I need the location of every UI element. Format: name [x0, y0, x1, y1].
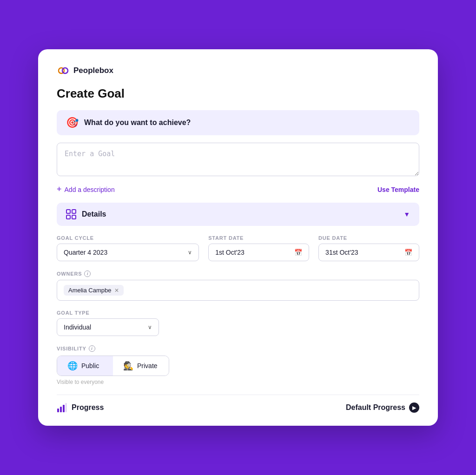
visibility-label: VISIBILITY — [57, 346, 86, 351]
owners-label: OWNERS — [57, 271, 82, 277]
details-label: Details — [82, 210, 106, 218]
details-chevron-icon: ▼ — [403, 211, 410, 218]
progress-right[interactable]: Default Progress ▶ — [346, 402, 419, 413]
svg-rect-8 — [63, 405, 65, 412]
plus-icon: + — [57, 185, 62, 194]
goal-type-value: Individual — [64, 323, 91, 331]
svg-rect-3 — [72, 210, 76, 213]
goal-input[interactable] — [57, 143, 419, 176]
add-description-label: Add a description — [65, 186, 115, 193]
due-date-field: DUE DATE 31st Oct'23 📅 — [318, 235, 419, 261]
action-row: + Add a description Use Template — [57, 185, 419, 194]
svg-rect-2 — [66, 210, 70, 213]
goal-prompt-icon: 🎯 — [66, 117, 79, 129]
goal-type-chevron-icon: ∨ — [148, 324, 152, 330]
svg-point-1 — [62, 68, 68, 73]
start-date-field: START DATE 1st Oct'23 📅 — [208, 235, 309, 261]
due-date-label: DUE DATE — [318, 235, 419, 241]
progress-label: Progress — [72, 403, 104, 412]
owner-tag: Amelia Campbe ✕ — [64, 285, 124, 296]
svg-rect-4 — [66, 215, 70, 219]
visibility-section: VISIBILITY i 🌐 Public 🕵 Private Visible … — [57, 345, 419, 385]
use-template-button[interactable]: Use Template — [377, 186, 419, 193]
visibility-hint: Visible to everyone — [57, 379, 419, 385]
svg-rect-7 — [60, 407, 62, 412]
public-globe-icon: 🌐 — [67, 361, 78, 371]
svg-rect-9 — [66, 403, 66, 412]
goal-type-select[interactable]: Individual ∨ — [57, 318, 159, 336]
goal-type-section: GOAL TYPE Individual ∨ — [57, 310, 419, 336]
owners-input[interactable]: Amelia Campbe ✕ — [57, 280, 419, 301]
due-date-value: 31st Oct'23 — [325, 249, 358, 256]
visibility-info-icon: i — [89, 345, 95, 352]
progress-arrow-icon[interactable]: ▶ — [409, 402, 419, 413]
start-date-label: START DATE — [208, 235, 309, 241]
page-title: Create Goal — [57, 86, 419, 101]
owners-info-icon: i — [84, 270, 91, 277]
due-date-calendar-icon: 📅 — [404, 249, 412, 256]
visibility-private-option[interactable]: 🕵 Private — [113, 356, 169, 376]
public-label: Public — [81, 362, 99, 369]
owner-name: Amelia Campbe — [68, 287, 112, 294]
start-date-picker[interactable]: 1st Oct'23 📅 — [208, 244, 309, 261]
goal-cycle-dates-row: GOAL CYCLE Quarter 4 2023 ∨ START DATE 1… — [57, 235, 419, 261]
details-section-header[interactable]: Details ▼ — [57, 203, 419, 226]
goal-cycle-label: GOAL CYCLE — [57, 235, 199, 241]
logo-row: Peoplebox — [57, 64, 419, 77]
private-spy-icon: 🕵 — [123, 361, 133, 371]
goal-prompt-banner: 🎯 What do you want to achieve? — [57, 110, 419, 135]
add-description-button[interactable]: + Add a description — [57, 185, 115, 194]
start-date-value: 1st Oct'23 — [215, 249, 245, 256]
progress-row: Progress Default Progress ▶ — [57, 395, 419, 413]
goal-cycle-field: GOAL CYCLE Quarter 4 2023 ∨ — [57, 235, 199, 261]
svg-rect-5 — [72, 215, 76, 219]
details-icon — [66, 209, 76, 219]
owners-section: OWNERS i Amelia Campbe ✕ — [57, 270, 419, 301]
goal-type-label: GOAL TYPE — [57, 310, 419, 316]
owner-remove-icon[interactable]: ✕ — [114, 287, 119, 294]
default-progress-text: Default Progress — [346, 403, 405, 412]
start-date-calendar-icon: 📅 — [294, 249, 302, 256]
goal-prompt-text: What do you want to achieve? — [84, 119, 191, 127]
goal-cycle-select[interactable]: Quarter 4 2023 ∨ — [57, 244, 199, 261]
progress-icon — [57, 402, 67, 413]
create-goal-modal: Peoplebox Create Goal 🎯 What do you want… — [38, 49, 438, 426]
details-left: Details — [66, 209, 106, 219]
svg-rect-6 — [57, 409, 59, 412]
visibility-public-option[interactable]: 🌐 Public — [57, 356, 113, 376]
visibility-toggle: 🌐 Public 🕵 Private — [57, 356, 169, 376]
goal-cycle-value: Quarter 4 2023 — [64, 249, 107, 256]
logo-text: Peoplebox — [73, 66, 113, 75]
goal-cycle-chevron-icon: ∨ — [188, 249, 192, 256]
peoplebox-logo-icon — [57, 64, 70, 77]
due-date-picker[interactable]: 31st Oct'23 📅 — [318, 244, 419, 261]
progress-left: Progress — [57, 402, 104, 413]
private-label: Private — [137, 362, 158, 369]
